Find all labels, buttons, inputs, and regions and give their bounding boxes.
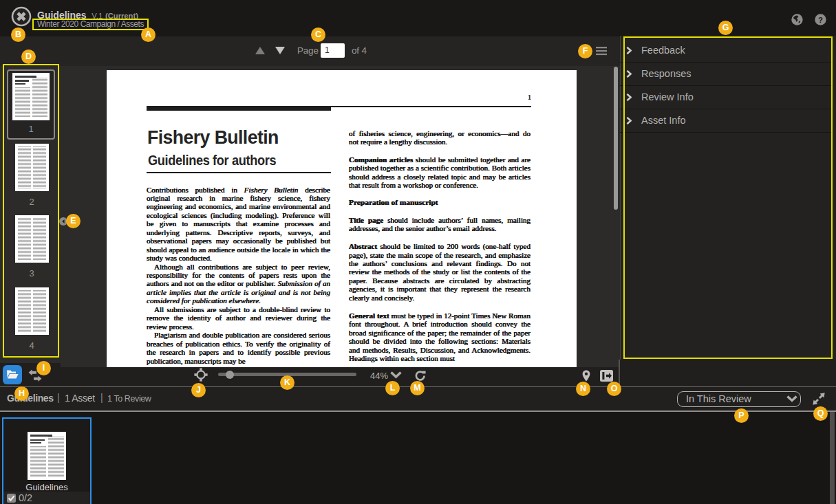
svg-text:?: ? (818, 16, 823, 24)
